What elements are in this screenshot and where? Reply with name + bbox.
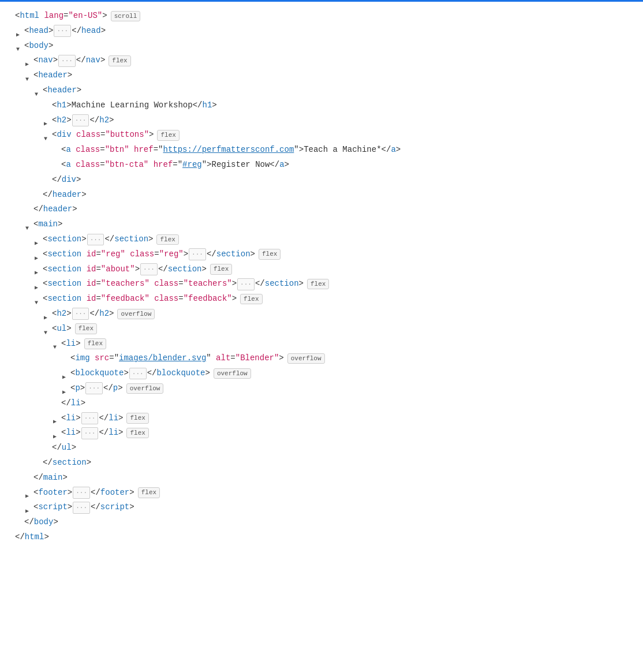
ellipsis[interactable]: ··· xyxy=(129,368,147,380)
badge-flex: flex xyxy=(109,55,130,66)
triangle-blockquote[interactable] xyxy=(62,370,69,377)
triangle-head[interactable] xyxy=(16,28,23,35)
badge-flex: flex xyxy=(210,264,232,275)
triangle-li3[interactable] xyxy=(53,430,60,436)
line-section-teachers: <section id="teachers" class="teachers" … xyxy=(7,277,636,292)
triangle-body[interactable] xyxy=(16,42,23,49)
triangle-p[interactable] xyxy=(62,385,69,392)
line-section-reg: <section id="reg" class="reg" > ··· </se… xyxy=(7,247,636,262)
line-ul: <ul> flex xyxy=(7,322,636,337)
triangle-section-teachers[interactable] xyxy=(35,281,42,288)
triangle-h2[interactable] xyxy=(44,117,51,124)
triangle-ul[interactable] xyxy=(44,326,51,333)
triangle-section-reg[interactable] xyxy=(35,251,42,258)
line-div-close: </div> xyxy=(7,173,636,188)
badge-flex: flex xyxy=(259,249,281,260)
ellipsis[interactable]: ··· xyxy=(87,234,104,246)
line-img: <img src="images/blender.svg" alt="Blend… xyxy=(7,351,636,366)
triangle-li-first[interactable] xyxy=(53,340,60,347)
triangle-li2[interactable] xyxy=(53,415,60,421)
line-head: <head> ··· </head> xyxy=(7,24,636,39)
triangle-header-outer[interactable] xyxy=(25,72,32,79)
triangle-header-inner[interactable] xyxy=(35,87,42,94)
badge-overflow: overflow xyxy=(214,368,251,379)
line-li-first-close: </li> xyxy=(7,396,636,411)
line-p: <p> ··· </p> overflow xyxy=(7,381,636,396)
line-main-close: </main> xyxy=(7,471,636,486)
line-h2-feedback: <h2> ··· </h2> overflow xyxy=(7,307,636,322)
line-header-outer-close: </header> xyxy=(7,202,636,217)
line-a-cta: <a class="btn-cta" href="#reg" > Registe… xyxy=(7,158,636,173)
badge-overflow: overflow xyxy=(126,383,164,394)
ellipsis[interactable]: ··· xyxy=(189,248,206,260)
line-section-about: <section id="about" > ··· </section> fle… xyxy=(7,262,636,277)
html-tree: <html lang="en-US" > scroll <head> ··· <… xyxy=(0,6,643,547)
triangle-h2-feedback[interactable] xyxy=(44,311,51,318)
line-body-open: <body> xyxy=(7,39,636,54)
line-body-close: </body> xyxy=(7,515,636,530)
triangle-main[interactable] xyxy=(25,221,32,228)
line-header-inner-open: <header> xyxy=(7,83,636,98)
badge-overflow: overflow xyxy=(287,353,325,364)
ellipsis[interactable]: ··· xyxy=(72,308,89,320)
ellipsis[interactable]: ··· xyxy=(73,502,90,514)
line-html-close: </html> xyxy=(7,530,636,545)
badge-flex: flex xyxy=(157,130,179,141)
line-nav: <nav> ··· </nav> flex xyxy=(7,53,636,68)
line-html: <html lang="en-US" > scroll xyxy=(7,9,636,24)
badge-flex: flex xyxy=(84,338,106,349)
ellipsis[interactable]: ··· xyxy=(237,278,255,290)
badge-flex: flex xyxy=(75,323,97,334)
line-h2: <h2> ··· </h2> xyxy=(7,113,636,128)
ellipsis[interactable]: ··· xyxy=(58,55,76,67)
line-h1: <h1> Machine Learning Workshop </h1> xyxy=(7,98,636,113)
line-main-open: <main> xyxy=(7,217,636,232)
triangle-section-feedback[interactable] xyxy=(35,296,42,303)
line-li-first: <li> flex xyxy=(7,337,636,352)
badge-flex: flex xyxy=(126,413,148,424)
ellipsis[interactable]: ··· xyxy=(81,427,99,439)
triangle-nav[interactable] xyxy=(25,57,32,64)
badge-scroll: scroll xyxy=(111,11,141,22)
line-section-feedback-close: </section> xyxy=(7,456,636,471)
badge-flex: flex xyxy=(240,294,262,305)
line-li2: <li> ··· </li> flex xyxy=(7,411,636,426)
badge-flex: flex xyxy=(138,487,160,498)
ellipsis[interactable]: ··· xyxy=(140,263,158,275)
line-section-feedback: <section id="feedback" class="feedback" … xyxy=(7,292,636,307)
triangle-footer[interactable] xyxy=(25,489,32,496)
badge-flex: flex xyxy=(307,279,329,290)
badge-flex: flex xyxy=(156,234,178,245)
ellipsis[interactable]: ··· xyxy=(72,114,89,126)
line-li3: <li> ··· </li> flex xyxy=(7,425,636,440)
triangle-script[interactable] xyxy=(25,504,32,511)
ellipsis[interactable]: ··· xyxy=(54,25,71,37)
line-script: <script> ··· </script> xyxy=(7,500,636,515)
ellipsis[interactable]: ··· xyxy=(81,412,99,424)
ellipsis[interactable]: ··· xyxy=(85,382,103,394)
line-section1: <section> ··· </section> flex xyxy=(7,232,636,247)
triangle-section-about[interactable] xyxy=(35,266,42,272)
badge-overflow: overflow xyxy=(117,309,155,320)
triangle-div-buttons[interactable] xyxy=(44,132,51,139)
line-header-inner-close: </header> xyxy=(7,188,636,203)
triangle-section1[interactable] xyxy=(35,236,42,243)
line-div-buttons: <div class="buttons" > flex xyxy=(7,128,636,143)
ellipsis[interactable]: ··· xyxy=(73,487,90,499)
line-ul-close: </ul> xyxy=(7,440,636,456)
badge-flex: flex xyxy=(126,428,148,439)
line-header-outer-open: <header> xyxy=(7,68,636,83)
line-a-btn: <a class="btn" href="https://perfmatters… xyxy=(7,143,636,158)
line-footer: <footer> ··· </footer> flex xyxy=(7,486,636,501)
line-blockquote: <blockquote> ··· </blockquote> overflow xyxy=(7,366,636,381)
